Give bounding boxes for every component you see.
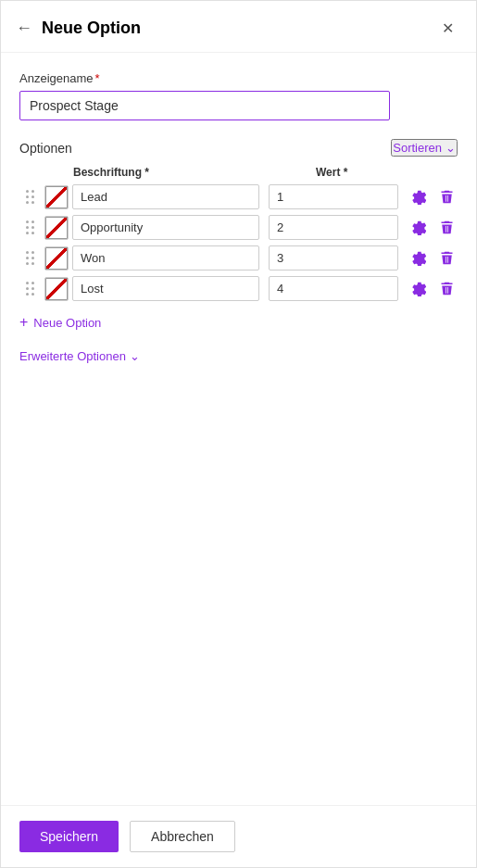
color-picker-icon[interactable]: [44, 246, 69, 270]
option-value-input[interactable]: [269, 215, 398, 240]
option-delete-button[interactable]: [435, 186, 458, 208]
option-delete-button[interactable]: [435, 217, 458, 239]
required-indicator: *: [95, 71, 100, 85]
dialog-body: Anzeigename* Optionen Sortieren ⌄ Beschr…: [1, 53, 476, 805]
option-label-input[interactable]: [72, 215, 259, 240]
dialog-footer: Speichern Abbrechen: [1, 805, 476, 867]
back-button[interactable]: ←: [16, 19, 32, 38]
option-value-input[interactable]: [269, 184, 398, 209]
color-picker-icon[interactable]: [44, 277, 69, 301]
option-delete-button[interactable]: [435, 278, 458, 300]
option-value-input[interactable]: [269, 276, 398, 301]
option-row: [19, 276, 458, 301]
display-name-label: Anzeigename*: [19, 71, 458, 85]
dialog-header: ← Neue Option ✕: [1, 1, 476, 53]
options-section: Optionen Sortieren ⌄ Beschriftung * Wert…: [19, 139, 458, 363]
dialog-title: Neue Option: [42, 19, 438, 38]
col-beschriftung-header: Beschriftung *: [47, 166, 316, 179]
option-settings-button[interactable]: [408, 217, 430, 239]
option-value-input[interactable]: [269, 245, 398, 270]
cancel-button[interactable]: Abbrechen: [130, 821, 235, 852]
add-option-button[interactable]: + Neue Option: [19, 310, 101, 334]
option-actions: [408, 217, 458, 239]
sort-button[interactable]: Sortieren ⌄: [391, 139, 458, 157]
close-button[interactable]: ✕: [438, 16, 458, 41]
drag-handle[interactable]: [19, 220, 41, 234]
option-settings-button[interactable]: [408, 186, 430, 208]
display-name-input[interactable]: [19, 91, 390, 120]
option-row: [19, 245, 458, 270]
save-button[interactable]: Speichern: [19, 821, 119, 852]
option-actions: [408, 278, 458, 300]
drag-handle[interactable]: [19, 282, 41, 296]
options-list: [19, 184, 458, 301]
option-actions: [408, 247, 458, 270]
dialog-container: ← Neue Option ✕ Anzeigename* Optionen So…: [0, 0, 477, 868]
col-wert-header: Wert *: [316, 166, 450, 179]
advanced-options-toggle[interactable]: Erweiterte Optionen ⌄: [19, 349, 458, 363]
color-picker-icon[interactable]: [44, 185, 69, 209]
option-settings-button[interactable]: [408, 278, 430, 300]
options-header: Optionen Sortieren ⌄: [19, 139, 458, 157]
add-option-label: Neue Option: [33, 316, 101, 330]
option-row: [19, 184, 458, 209]
advanced-options-label: Erweiterte Optionen: [19, 349, 126, 363]
option-label-input[interactable]: [72, 184, 259, 209]
option-row: [19, 215, 458, 240]
display-name-field: Anzeigename*: [19, 71, 458, 120]
option-label-input[interactable]: [72, 276, 259, 301]
options-label: Optionen: [19, 141, 72, 156]
option-delete-button[interactable]: [435, 247, 458, 270]
color-picker-icon[interactable]: [44, 216, 69, 240]
table-header: Beschriftung * Wert *: [19, 166, 458, 184]
drag-handle[interactable]: [19, 190, 41, 204]
chevron-down-icon-advanced: ⌄: [130, 349, 140, 363]
option-label-input[interactable]: [72, 245, 259, 270]
plus-icon: +: [19, 314, 28, 331]
option-actions: [408, 186, 458, 208]
option-settings-button[interactable]: [408, 247, 430, 270]
chevron-down-icon: ⌄: [446, 141, 456, 155]
drag-handle[interactable]: [19, 251, 41, 265]
